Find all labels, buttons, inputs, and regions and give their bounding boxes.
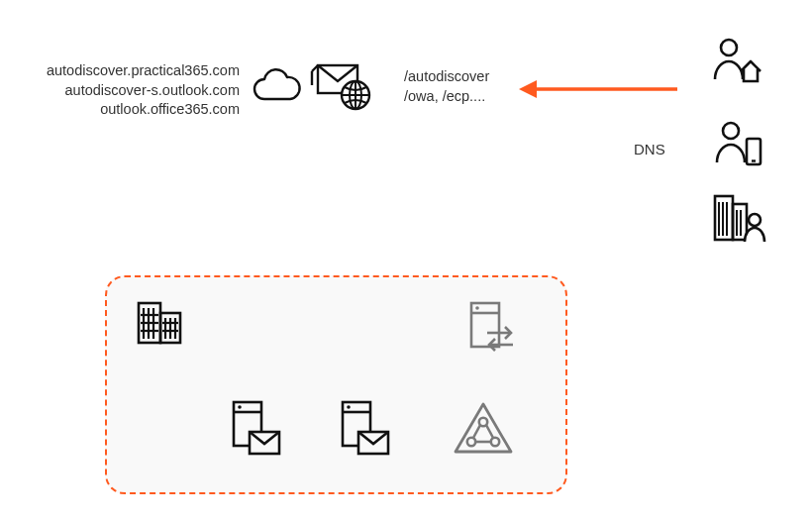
svg-point-48 bbox=[491, 438, 499, 446]
load-balancer-icon bbox=[452, 398, 515, 458]
arrow-left-icon bbox=[515, 74, 681, 104]
mail-server-1-icon bbox=[226, 396, 285, 460]
svg-point-43 bbox=[347, 405, 351, 409]
building-person-icon bbox=[711, 190, 768, 246]
svg-point-18 bbox=[749, 214, 761, 226]
svg-point-46 bbox=[479, 418, 487, 426]
svg-marker-45 bbox=[456, 404, 511, 452]
svg-point-39 bbox=[238, 405, 242, 409]
svg-line-50 bbox=[486, 425, 493, 438]
hostname-1: autodiscover.practical365.com bbox=[42, 61, 240, 81]
hostname-2: autodiscover-s.outlook.com bbox=[42, 81, 240, 101]
virtual-paths-block: /autodiscover /owa, /ecp.... bbox=[404, 67, 489, 106]
person-home-icon bbox=[711, 36, 764, 85]
svg-point-7 bbox=[721, 40, 737, 55]
path-line-1: /autodiscover bbox=[404, 67, 489, 87]
dns-label: DNS bbox=[634, 141, 665, 157]
mail-server-2-icon bbox=[335, 396, 394, 460]
path-line-2: /owa, /ecp.... bbox=[404, 87, 489, 107]
svg-marker-6 bbox=[519, 80, 537, 98]
buildings-icon bbox=[135, 295, 186, 347]
cloud-icon bbox=[251, 67, 304, 107]
svg-point-34 bbox=[475, 306, 479, 310]
server-proxy-icon bbox=[463, 297, 527, 361]
svg-line-49 bbox=[473, 425, 480, 438]
hostnames-block: autodiscover.practical365.com autodiscov… bbox=[42, 61, 240, 120]
mail-globe-icon bbox=[310, 57, 379, 115]
svg-point-8 bbox=[723, 123, 739, 139]
svg-point-47 bbox=[467, 438, 475, 446]
hostname-3: outlook.office365.com bbox=[42, 100, 240, 120]
person-phone-icon bbox=[715, 119, 764, 168]
